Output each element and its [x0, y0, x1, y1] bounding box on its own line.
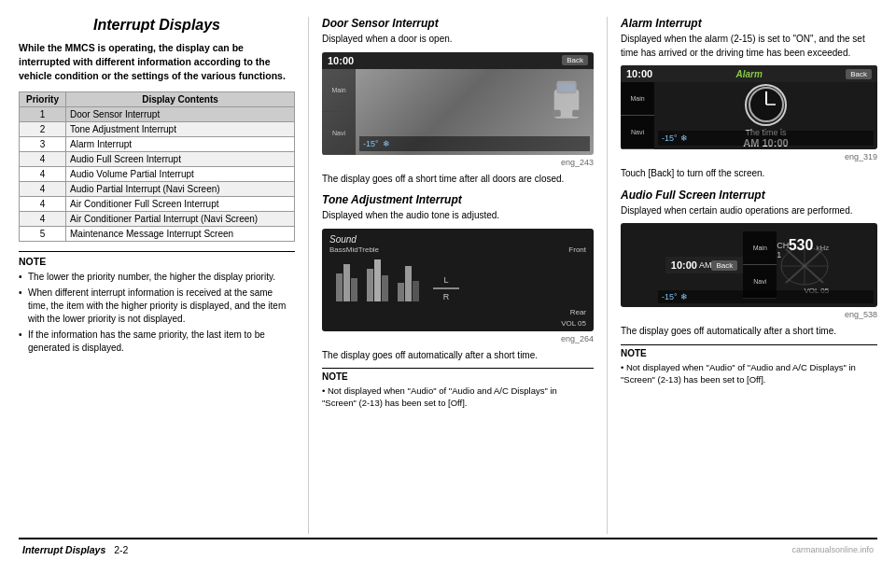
door-sensor-img-label: eng_243	[322, 158, 594, 167]
page-container: Interrupt Displays While the MMCS is ope…	[0, 0, 896, 588]
table-cell-content: Tone Adjustment Interrupt	[66, 121, 295, 136]
audio-title: Audio Full Screen Interrupt	[621, 189, 877, 202]
tone-vol: VOL 05	[561, 319, 586, 328]
audio-note-text: Not displayed when "Audio" of "Audio and…	[621, 362, 856, 385]
tone-column-labels: Bass Mid Treble Front	[329, 245, 586, 254]
table-row: 4Audio Full Screen Interrupt	[20, 151, 295, 166]
table-row: 5Maintenance Message Interrupt Screen	[20, 226, 295, 241]
table-cell-content: Audio Partial Interrupt (Navi Screen)	[66, 181, 295, 196]
treble-bar-2	[405, 266, 412, 301]
audio-top-bar: 10:00 AM Back	[665, 257, 743, 273]
audio-body: Displayed when certain audio operations …	[621, 204, 877, 218]
alarm-screen-inner: 10:00 Alarm Back Main Navi	[621, 65, 877, 149]
alarm-sidenav: Main Navi	[621, 82, 654, 149]
tone-treble-label: Treble	[358, 245, 379, 254]
audio-screen-ampm: AM	[699, 260, 712, 270]
tone-img-label: eng_264	[322, 334, 594, 343]
table-header-row: Priority Display Contents	[20, 91, 295, 106]
mid-bars	[367, 259, 388, 301]
audio-note-label: NOTE	[621, 344, 877, 358]
table-cell-content: Alarm Interrupt	[66, 136, 295, 151]
door-sensor-after: The display goes off a short time after …	[322, 173, 594, 187]
door-sensor-body: Displayed when a door is open.	[322, 33, 594, 47]
intro-text: While the MMCS is operating, the display…	[19, 41, 295, 84]
alarm-screen-time: 10:00	[626, 68, 652, 79]
note-item: The lower the priority number, the highe…	[19, 271, 295, 284]
tone-screen: Sound Bass Mid Treble Front	[322, 229, 594, 331]
table-cell-priority: 4	[20, 181, 66, 196]
table-cell-priority: 4	[20, 151, 66, 166]
clock-svg	[748, 86, 785, 123]
mid-bar-2	[374, 259, 381, 301]
table-cell-priority: 2	[20, 121, 66, 136]
priority-table: Priority Display Contents 1Door Sensor I…	[19, 91, 295, 242]
table-row: 1Door Sensor Interrupt	[20, 106, 295, 121]
table-row: 4Audio Volume Partial Interrupt	[20, 166, 295, 181]
door-screen-time: 10:00	[328, 55, 354, 66]
table-cell-priority: 3	[20, 136, 66, 151]
table-cell-priority: 4	[20, 211, 66, 226]
table-cell-priority: 5	[20, 226, 66, 241]
audio-freq: 530	[789, 237, 814, 253]
table-cell-priority: 1	[20, 106, 66, 121]
audio-img-label: eng_538	[621, 310, 877, 319]
bass-bar-1	[336, 273, 343, 301]
bass-bar-2	[343, 264, 350, 301]
audio-screen-back: Back	[711, 260, 737, 271]
door-sensor-section: Door Sensor Interrupt Displayed when a d…	[322, 17, 594, 186]
door-nav-navi: Navi	[322, 112, 356, 155]
treble-bars	[398, 266, 419, 301]
lr-bar	[433, 287, 459, 289]
door-sensor-title: Door Sensor Interrupt	[322, 17, 594, 30]
bass-bars	[336, 264, 357, 301]
note-item: When different interrupt information is …	[19, 287, 295, 326]
table-row: 2Tone Adjustment Interrupt	[20, 121, 295, 136]
audio-after: The display goes off automatically after…	[621, 325, 877, 339]
svg-rect-3	[572, 109, 581, 116]
alarm-screen: 10:00 Alarm Back Main Navi	[621, 65, 877, 149]
table-cell-priority: 4	[20, 196, 66, 211]
tone-front-rear: Rear	[329, 308, 586, 316]
alarm-section: Alarm Interrupt Displayed when the alarm…	[621, 17, 877, 181]
table-cell-content: Audio Full Screen Interrupt	[66, 151, 295, 166]
tone-body: Displayed when the audio tone is adjuste…	[322, 209, 594, 223]
alarm-screen-text: Alarm	[735, 69, 762, 79]
car-icon	[549, 73, 584, 131]
note-box-left: NOTE The lower the priority number, the …	[19, 251, 295, 355]
table-row: 4Audio Partial Interrupt (Navi Screen)	[20, 181, 295, 196]
tone-mid-label: Mid	[346, 245, 358, 254]
svg-rect-4	[558, 83, 575, 91]
note-label-left: NOTE	[19, 256, 295, 267]
alarm-temp: -15° ❄	[658, 131, 874, 146]
audio-freq-unit: kHz	[816, 244, 829, 252]
lr-indicators: L R	[432, 275, 460, 301]
tone-space	[379, 245, 568, 254]
door-screen-back: Back	[562, 55, 588, 65]
alarm-title: Alarm Interrupt	[621, 17, 877, 30]
door-nav-main: Main	[322, 69, 356, 112]
tone-note-label: NOTE	[322, 368, 594, 382]
audio-note-item: • Not displayed when "Audio" of "Audio a…	[621, 361, 877, 386]
tone-screen-inner: Sound Bass Mid Treble Front	[322, 229, 594, 331]
door-screen-nav: Main Navi	[322, 69, 356, 155]
treble-bar-1	[398, 283, 404, 301]
door-screen-temp: -15° ❄	[359, 136, 590, 151]
audio-screen-body: Main Navi CH 1	[743, 231, 833, 299]
svg-rect-2	[553, 109, 561, 116]
tone-rear-label: Rear	[570, 308, 586, 316]
audio-freq-container: 530 kHz	[789, 237, 830, 254]
alarm-clock-face	[745, 84, 787, 126]
audio-screen-time: 10:00	[671, 259, 697, 271]
tone-after: The display goes off automatically after…	[322, 349, 594, 363]
table-body: 1Door Sensor Interrupt2Tone Adjustment I…	[20, 106, 295, 241]
audio-screen: 10:00 AM Back Main Navi	[621, 223, 877, 307]
footer-logo: carmanualsonline.info	[791, 545, 874, 554]
footer-page: 2-2	[108, 544, 128, 555]
tone-front-label: Front	[568, 245, 586, 254]
alarm-after: Touch [Back] to turn off the screen.	[621, 167, 877, 181]
tone-title: Tone Adjustment Interrupt	[322, 193, 594, 206]
footer-title: Interrupt Displays	[22, 544, 105, 555]
note-item: If the information has the same priority…	[19, 329, 295, 355]
audio-content: CH 1 530 kHz VOL 05	[777, 231, 833, 299]
col-content-header: Display Contents	[66, 91, 295, 106]
